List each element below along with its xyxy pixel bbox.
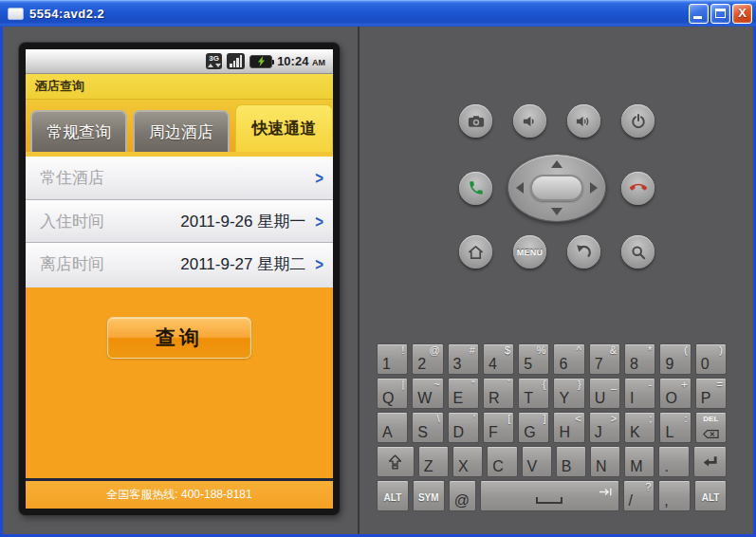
key-a[interactable]: A (377, 412, 408, 443)
dpad-up-icon[interactable] (551, 160, 562, 168)
key-8[interactable]: 8* (624, 343, 655, 375)
key-shift[interactable] (377, 446, 415, 477)
tab-fast-track[interactable]: 快速通道 (235, 104, 333, 152)
key-b[interactable]: B (556, 446, 586, 477)
dpad[interactable] (507, 154, 606, 222)
maximize-button[interactable] (710, 4, 730, 24)
key-alt-left[interactable]: ALT (377, 480, 409, 511)
keyboard-row-5: ALTSYM@/?,ALT (377, 480, 727, 511)
key-v[interactable]: V (522, 446, 552, 477)
chevron-right-icon: > (315, 254, 323, 274)
key-x[interactable]: X (452, 446, 483, 477)
3g-data-icon: 3G (206, 53, 222, 69)
controls-bottom-row: MENU (459, 235, 655, 268)
row-label: 离店时间 (40, 253, 104, 275)
list-item-frequent-hotel[interactable]: 常住酒店 > (26, 157, 333, 200)
key-d[interactable]: D' (448, 412, 479, 443)
key-h[interactable]: H< (553, 412, 584, 443)
search-icon (631, 245, 646, 260)
dpad-center-button[interactable] (530, 175, 583, 201)
hardware-controls: MENU (459, 104, 655, 268)
power-button[interactable] (621, 104, 655, 138)
key-5[interactable]: 5% (518, 343, 549, 375)
emulator-body: 3G 10:24 AM 酒 (0, 27, 756, 537)
key-7[interactable]: 7& (589, 343, 620, 375)
back-icon (576, 244, 592, 260)
call-icon (468, 179, 485, 196)
call-button[interactable] (459, 172, 492, 205)
camera-icon (468, 115, 485, 128)
battery-charging-icon (249, 55, 272, 68)
tab-nearby-hotels[interactable]: 周边酒店 (133, 110, 230, 152)
row-value: 2011-9-27 星期二 (104, 253, 315, 275)
key-i[interactable]: I- (624, 378, 655, 409)
key-0[interactable]: 0) (695, 343, 727, 375)
hotline-bar: 全国客服热线: 400-188-8181 (26, 478, 333, 509)
key-,[interactable]: , (658, 480, 691, 511)
key-p[interactable]: P= (695, 378, 727, 409)
volume-down-button[interactable] (513, 104, 546, 138)
key-delete[interactable]: DEL (695, 412, 727, 443)
keyboard: 1!2@3#4$5%6^7&8*9(0)Q|W~E"R`T{Y}U_I-O+P=… (377, 343, 727, 514)
key-1[interactable]: 1! (377, 343, 408, 375)
key-space[interactable] (480, 480, 619, 511)
close-button[interactable]: X (732, 4, 752, 24)
key-o[interactable]: O+ (659, 378, 691, 409)
minimize-button[interactable] (689, 4, 709, 24)
key-j[interactable]: J> (589, 412, 620, 443)
volume-down-icon (523, 115, 538, 128)
back-button[interactable] (567, 235, 600, 268)
key-sym[interactable]: SYM (413, 480, 445, 511)
keyboard-row-4: ZXCVBNM. (377, 446, 727, 477)
key-.[interactable]: . (658, 446, 689, 477)
key-m[interactable]: M (624, 446, 655, 477)
phone-bezel: 3G 10:24 AM 酒 (19, 43, 340, 515)
window-icon (8, 8, 24, 20)
dpad-right-icon[interactable] (590, 182, 598, 194)
key-3[interactable]: 3# (448, 343, 479, 375)
key-s[interactable]: S\ (412, 412, 443, 443)
keyboard-row-1: 1!2@3#4$5%6^7&8*9(0) (377, 343, 727, 375)
key-2[interactable]: 2@ (412, 343, 443, 375)
key-9[interactable]: 9( (659, 343, 691, 375)
key-c[interactable]: C (487, 446, 517, 477)
power-icon (631, 114, 646, 129)
camera-button[interactable] (459, 104, 492, 138)
tab-regular-query[interactable]: 常规查询 (30, 110, 127, 152)
signal-strength-icon (227, 53, 245, 69)
key-/[interactable]: /? (623, 480, 655, 511)
search-hw-button[interactable] (621, 235, 655, 268)
key-r[interactable]: R` (483, 378, 514, 409)
search-button[interactable]: 查询 (107, 317, 251, 359)
key-@[interactable]: @ (449, 480, 476, 511)
key-enter[interactable] (693, 446, 727, 477)
content-area: 查询 (26, 287, 333, 478)
home-button[interactable] (459, 235, 492, 268)
key-l[interactable]: L: (659, 412, 691, 443)
emulator-window: 5554:avd2.2 X 3G (0, 0, 756, 537)
hangup-button[interactable] (621, 172, 655, 205)
key-g[interactable]: G] (518, 412, 549, 443)
key-n[interactable]: N (590, 446, 620, 477)
key-z[interactable]: Z (418, 446, 449, 477)
volume-up-button[interactable] (567, 104, 600, 138)
maximize-icon (715, 9, 726, 18)
list-item-checkin-date[interactable]: 入住时间 2011-9-26 星期一 > (26, 200, 333, 244)
key-w[interactable]: W~ (412, 378, 443, 409)
key-u[interactable]: U_ (589, 378, 620, 409)
key-q[interactable]: Q| (377, 378, 408, 409)
key-t[interactable]: T{ (518, 378, 549, 409)
key-k[interactable]: K; (624, 412, 655, 443)
key-alt-right[interactable]: ALT (694, 480, 727, 511)
status-bar: 3G 10:24 AM (26, 49, 333, 74)
list-item-checkout-date[interactable]: 离店时间 2011-9-27 星期二 > (26, 243, 333, 287)
dpad-left-icon[interactable] (516, 182, 524, 194)
key-e[interactable]: E" (448, 378, 479, 409)
dpad-down-icon[interactable] (551, 208, 562, 215)
key-f[interactable]: F[ (483, 412, 514, 443)
key-6[interactable]: 6^ (553, 343, 584, 375)
minimize-icon (693, 16, 702, 19)
menu-button[interactable]: MENU (513, 235, 546, 268)
key-y[interactable]: Y} (553, 378, 584, 409)
key-4[interactable]: 4$ (483, 343, 514, 375)
